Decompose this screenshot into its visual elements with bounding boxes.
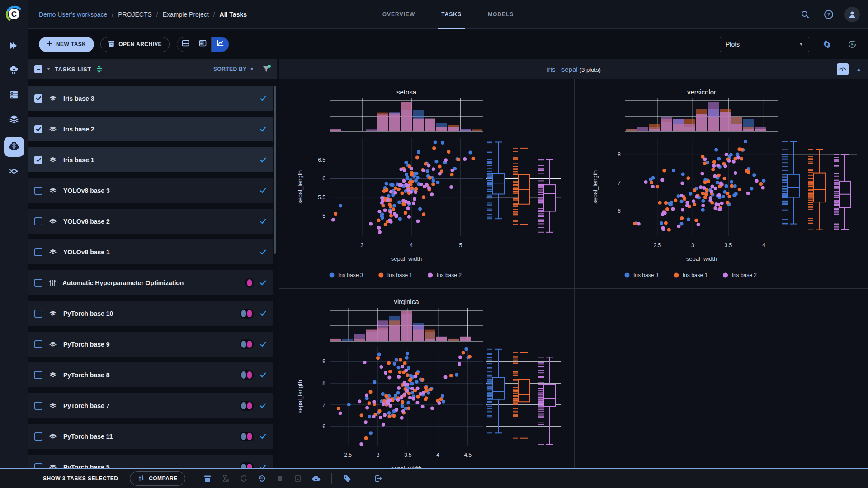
compare-button[interactable]: COMPARE [130,471,185,486]
server-rack-icon [9,89,19,101]
table-view-button[interactable] [177,37,194,52]
svg-text:7: 7 [618,180,621,186]
nav-pipelines[interactable] [4,162,24,182]
new-task-button[interactable]: NEW TASK [39,37,94,52]
task-row[interactable]: Iris base 1 [28,147,273,172]
help-icon[interactable]: ? [821,7,836,22]
badge-pill-magenta [247,433,252,440]
select-menu-caret-icon[interactable]: ▼ [47,67,51,71]
task-type-icon [48,309,57,318]
search-icon[interactable] [797,7,813,22]
selected-count-label[interactable]: SHOW 3 TASKS SELECTED [43,475,118,482]
task-row[interactable]: Automatic Hyperparameter Optimization [28,270,273,295]
task-checkbox[interactable] [34,402,42,410]
tasks-list-scrollbar[interactable] [274,86,276,254]
task-checkbox[interactable] [34,310,42,318]
task-row[interactable]: PyTorch base 11 [28,424,273,449]
task-type-icon [48,217,57,226]
sorted-by-control[interactable]: SORTED BY ▼ [213,66,254,72]
task-name[interactable]: PyTorch base 7 [63,402,109,409]
task-checkbox[interactable] [34,279,42,287]
svg-text:Iris base 2: Iris base 2 [437,272,462,278]
auto-refresh-icon[interactable] [844,37,860,52]
task-badges [240,339,254,349]
task-checkbox[interactable] [34,340,42,348]
clearml-logo[interactable]: C [5,5,23,23]
jointplot-versicolor[interactable]: 2.533.54678sepal_widthsepal_lengthversic… [576,80,867,287]
task-row[interactable]: PyTorch base 9 [28,332,273,357]
task-checkbox[interactable] [34,125,42,133]
task-name[interactable]: YOLOv8 base 2 [63,218,110,225]
task-row[interactable]: YOLOv8 base 3 [28,178,273,203]
task-name[interactable]: YOLOv8 base 1 [63,249,110,256]
task-checkbox[interactable] [34,248,42,256]
task-name[interactable]: PyTorch base 9 [63,341,109,348]
task-name[interactable]: PyTorch base 11 [63,433,113,440]
nav-datasets[interactable] [4,110,24,130]
plot-view-button[interactable] [212,37,229,52]
nav-projects[interactable] [4,137,24,157]
metric-view-dropdown[interactable]: Plots ▼ [720,37,809,52]
split-view-button[interactable] [194,37,212,52]
select-all-checkbox[interactable]: − [34,65,42,73]
chart-view-icon [217,39,224,49]
task-row[interactable]: Iris base 3 [28,86,273,111]
tab-overview[interactable]: OVERVIEW [382,0,415,29]
task-row[interactable]: PyTorch base 8 [28,362,273,387]
task-name[interactable]: YOLOv8 base 3 [63,187,110,194]
filter-active-dot [268,65,271,68]
svg-text:8: 8 [618,151,621,158]
task-row[interactable]: Iris base 2 [28,117,273,141]
move-to-project-icon[interactable] [369,471,387,486]
task-row[interactable]: PyTorch base 7 [28,393,273,418]
history-icon[interactable] [253,471,271,486]
user-avatar[interactable] [844,7,860,22]
nav-workers-queues[interactable] [4,85,24,105]
tab-models[interactable]: MODELS [488,0,514,29]
completed-check-icon [259,433,267,440]
archive-action-icon[interactable] [198,471,217,486]
task-checkbox[interactable] [34,217,42,225]
top-header: Demo User's workspace / PROJECTS / Examp… [28,0,868,29]
task-type-icon [48,125,57,134]
tab-tasks[interactable]: TASKS [441,0,462,29]
svg-text:4: 4 [762,242,765,249]
nav-deploy[interactable] [4,61,24,81]
reset-icon[interactable] [235,471,253,486]
task-checkbox[interactable] [34,94,42,103]
task-checkbox[interactable] [34,432,42,441]
pipeline-icon [9,166,19,178]
task-checkbox[interactable] [34,187,42,195]
filter-icon[interactable] [262,65,270,73]
task-row[interactable]: PyTorch base 10 [28,301,273,326]
tasks-list-panel: − ▼ TASKS LIST SORTED BY ▼ Iris base 3 I… [28,59,277,488]
svg-text:3: 3 [377,452,380,458]
task-row[interactable]: YOLOv8 base 2 [28,209,273,234]
task-name[interactable]: Iris base 3 [63,95,94,102]
jointplot-virginica[interactable]: 2.533.544.56789sepal_widthsepal_lengthvi… [280,290,572,488]
badge-pill-slate [241,402,246,409]
sliders-icon [48,279,57,287]
nav-applications[interactable] [4,37,24,56]
task-name[interactable]: PyTorch base 8 [63,371,109,379]
task-type-icon [48,248,57,257]
task-checkbox[interactable] [34,156,42,164]
open-archive-button[interactable]: OPEN ARCHIVE [100,37,170,52]
chevron-up-icon[interactable]: ▲ [856,66,862,73]
embed-code-icon[interactable]: </> [837,63,849,75]
task-name[interactable]: Iris base 2 [63,126,94,133]
abort-children-icon[interactable] [217,471,235,486]
jointplot-setosa[interactable]: 34555.566.5sepal_widthsepal_lengthsetosa… [280,80,572,287]
settings-gear-icon[interactable] [819,37,835,52]
completed-check-icon [259,371,267,379]
task-name[interactable]: PyTorch base 10 [63,310,113,317]
tune-icon[interactable] [95,66,103,73]
task-checkbox[interactable] [34,371,42,379]
publish-icon[interactable] [289,471,307,486]
upload-cloud-icon[interactable] [307,471,325,486]
tag-icon[interactable] [338,471,356,486]
abort-icon[interactable] [271,471,289,486]
task-row[interactable]: YOLOv8 base 1 [28,239,273,264]
task-name[interactable]: Iris base 1 [63,156,94,164]
task-name[interactable]: Automatic Hyperparameter Optimization [62,279,184,286]
